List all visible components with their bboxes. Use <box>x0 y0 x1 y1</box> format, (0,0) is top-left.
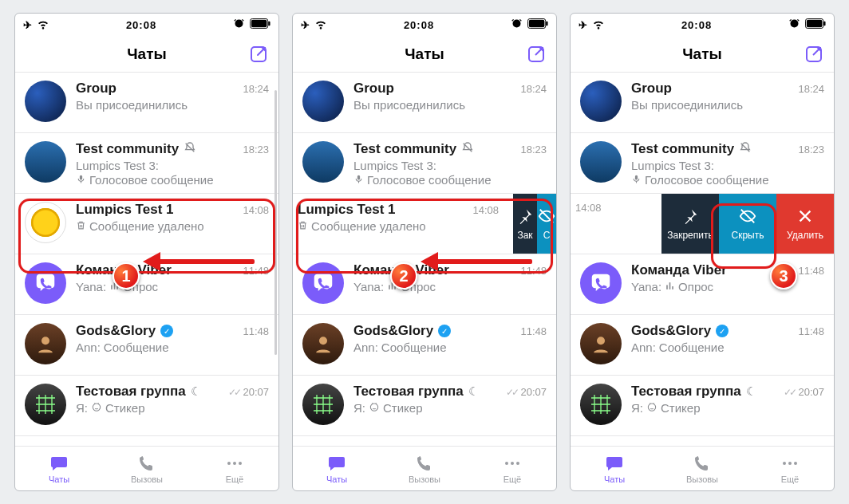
wifi-icon <box>37 18 49 33</box>
tab-more[interactable]: Ещё <box>468 447 556 490</box>
phone-screenshot-2: ✈︎ 20:08 Чаты Group18:24 Вы присоединили… <box>292 13 557 491</box>
chat-title: Test community <box>631 141 734 157</box>
muted-icon <box>461 141 474 157</box>
page-title: Чаты <box>127 45 166 63</box>
avatar <box>302 384 344 425</box>
chat-row-highlight[interactable]: Lumpics Test 1 14:08 Сообщение удалено <box>15 194 278 254</box>
battery-icon <box>527 18 548 31</box>
swipe-actions-partial: Зак С <box>513 194 556 254</box>
read-receipt-icon: ✓✓ <box>784 387 795 398</box>
battery-icon <box>250 18 270 31</box>
trash-icon <box>76 220 86 233</box>
chat-row[interactable]: Test community18:23 Lumpics Test 3: Голо… <box>571 133 834 194</box>
svg-point-7 <box>41 337 49 345</box>
chat-row[interactable]: Тестовая группа☾✓✓20:07 Я: Стикер <box>293 376 556 436</box>
chat-row[interactable]: Test community 18:23 Lumpics Test 3: Гол… <box>15 133 278 194</box>
chat-row[interactable]: Gods&Glory✓11:48 Ann: Сообщение <box>571 315 834 376</box>
chat-time: 11:48 <box>520 265 547 277</box>
avatar <box>25 323 66 364</box>
chat-row[interactable]: Group18:24 Вы присоединились <box>293 73 556 133</box>
svg-point-10 <box>233 462 236 465</box>
action-label: Скрыть <box>732 230 764 241</box>
chat-row[interactable]: Gods&Glory✓11:48 Ann: Сообщение <box>293 315 556 376</box>
chat-list[interactable]: Group18:24 Вы присоединились Test commun… <box>571 73 834 446</box>
read-receipt-icon: ✓✓ <box>506 387 517 398</box>
tab-label: Чаты <box>604 474 625 484</box>
chat-title: Gods&Glory <box>631 323 711 339</box>
avatar <box>25 141 66 183</box>
chat-title: Gods&Glory <box>76 323 156 339</box>
chat-time: 14:08 <box>575 202 602 214</box>
chat-title: Тестовая группа <box>76 384 186 400</box>
scrollbar[interactable] <box>274 90 277 355</box>
airplane-mode-icon: ✈︎ <box>301 19 310 31</box>
svg-point-9 <box>227 462 231 465</box>
chat-time: 18:24 <box>520 83 547 95</box>
compose-button[interactable] <box>802 42 826 66</box>
swipe-action-pin[interactable]: Зак <box>513 194 537 254</box>
chat-list[interactable]: Group 18:24 Вы присоединились Test commu… <box>15 73 278 446</box>
chat-row[interactable]: Команда Viber11:48 Yana: Опрос <box>293 254 556 315</box>
airplane-mode-icon: ✈︎ <box>579 19 587 31</box>
chat-time: 18:23 <box>243 144 269 156</box>
muted-icon <box>739 141 752 157</box>
chat-row[interactable]: Тестовая группа ☾ ✓✓20:07 Я: Стикер <box>15 376 278 436</box>
chat-title: Group <box>353 81 394 96</box>
tab-label: Чаты <box>326 474 347 484</box>
sticker-icon <box>369 401 380 415</box>
svg-rect-1 <box>251 20 267 27</box>
tab-label: Вызовы <box>686 474 718 484</box>
tab-chats[interactable]: Чаты <box>15 447 103 490</box>
swipe-actions: Закрепить Скрыть Удалить <box>661 194 834 254</box>
chat-row[interactable]: Команда Viber11:48 Yana: Опрос <box>571 254 834 315</box>
mic-icon <box>353 174 364 187</box>
chat-time: 18:24 <box>243 83 269 95</box>
wifi-icon <box>592 18 605 33</box>
svg-point-21 <box>505 462 508 465</box>
swipe-action-hide[interactable]: Скрыть <box>719 194 776 254</box>
chat-row-swiped[interactable]: Lumpics Test 114:08 Сообщение удалено За… <box>293 194 556 254</box>
read-receipt-icon: ✓✓ <box>228 387 239 398</box>
chat-row-swiped-full[interactable]: 14:08 Закрепить Скрыть Удалить <box>571 194 834 254</box>
tab-calls[interactable]: Вызовы <box>381 447 468 490</box>
svg-point-22 <box>511 462 514 465</box>
chat-row[interactable]: Команда Viber 11:48 Yana: Опрос <box>15 254 278 315</box>
chat-row[interactable]: Тестовая группа☾✓✓20:07 Я: Стикер <box>571 376 834 436</box>
tab-more[interactable]: Ещё <box>746 447 834 490</box>
nav-bar: Чаты <box>293 36 556 73</box>
chat-time: 11:48 <box>798 325 824 337</box>
compose-button[interactable] <box>247 42 270 66</box>
chat-row[interactable]: Group18:24 Вы присоединились <box>571 73 834 133</box>
svg-point-34 <box>788 462 792 465</box>
tab-chats[interactable]: Чаты <box>293 447 381 490</box>
svg-point-35 <box>794 462 797 465</box>
chat-time: 11:48 <box>798 265 824 277</box>
swipe-action-delete[interactable]: Удалить <box>776 194 834 254</box>
chat-row[interactable]: Group 18:24 Вы присоединились <box>15 73 278 133</box>
compose-button[interactable] <box>524 42 548 66</box>
action-label: Закрепить <box>667 230 713 241</box>
do-not-disturb-icon: ☾ <box>468 384 479 399</box>
swipe-action-pin[interactable]: Закрепить <box>661 194 719 254</box>
status-time: 20:08 <box>605 19 788 31</box>
chat-subtitle: Вы присоединились <box>353 98 547 112</box>
swipe-action-hide[interactable]: С <box>537 194 556 254</box>
tab-label: Вызовы <box>131 474 163 484</box>
chat-list[interactable]: Group18:24 Вы присоединились Test commun… <box>293 73 556 446</box>
step-badge: 1 <box>113 262 140 289</box>
chat-row[interactable]: Test community 18:23 Lumpics Test 3: Гол… <box>293 133 556 194</box>
chat-row[interactable]: Gods&Glory ✓ 11:48 Ann: Сообщение <box>15 315 278 376</box>
tab-bar: Чаты Вызовы Ещё <box>293 446 556 490</box>
tab-label: Чаты <box>49 474 69 484</box>
chat-subtitle: Сообщение удалено <box>76 219 269 233</box>
avatar <box>580 262 622 304</box>
muted-icon <box>184 141 196 157</box>
tab-chats[interactable]: Чаты <box>571 447 658 490</box>
tab-calls[interactable]: Вызовы <box>103 447 191 490</box>
verified-badge-icon: ✓ <box>160 325 173 337</box>
svg-rect-29 <box>669 282 671 289</box>
chat-time: ✓✓20:07 <box>784 386 824 398</box>
tab-label: Ещё <box>781 474 800 484</box>
tab-more[interactable]: Ещё <box>191 447 278 490</box>
tab-calls[interactable]: Вызовы <box>658 447 746 490</box>
